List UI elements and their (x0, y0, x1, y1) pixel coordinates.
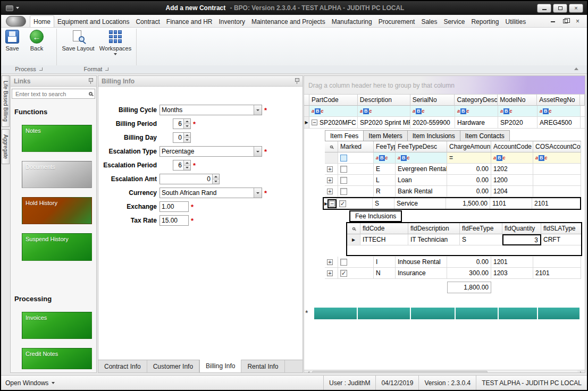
ribbon-tab-inventory[interactable]: Inventory (216, 16, 248, 27)
account-code-cell[interactable]: 1204 (491, 186, 533, 197)
fld-fee-type-cell[interactable]: S (460, 234, 502, 245)
new-cell[interactable] (499, 308, 537, 319)
tab-item-contacts[interactable]: Item Contacts (460, 130, 510, 141)
account-code-cell[interactable]: 1201 (491, 257, 533, 268)
spin-down-icon[interactable] (184, 138, 190, 143)
inclusions-search-header[interactable] (347, 223, 360, 234)
fld-quantity-cell-highlighted[interactable]: 3 (502, 234, 541, 245)
mdi-restore-icon[interactable] (563, 19, 568, 23)
filter-cell[interactable]: aBc (498, 106, 537, 117)
spin-up-icon[interactable] (184, 160, 190, 165)
fee-row[interactable]: + L Loan 0.00 1200 (325, 175, 581, 186)
escalation-period-spinner[interactable]: 6 (173, 160, 191, 171)
column-header[interactable]: Description (358, 95, 410, 106)
ribbon-tab-service[interactable]: Service (440, 16, 468, 27)
account-code-cell[interactable]: 1101 (490, 198, 532, 209)
scrollbar-thumb[interactable] (312, 371, 488, 373)
notes-button[interactable]: Notes (22, 125, 92, 152)
tax-rate-field[interactable]: 15.00 (159, 215, 189, 226)
application-menu-button[interactable] (6, 16, 26, 27)
tab-rental-info[interactable]: Rental Info (241, 360, 284, 372)
column-header[interactable]: ModelNo (498, 95, 537, 106)
column-header[interactable]: SerialNo (410, 95, 455, 106)
marked-filter-cell[interactable] (338, 152, 374, 164)
collapse-ribbon-icon[interactable] (574, 67, 578, 70)
marked-cell[interactable] (338, 268, 374, 279)
billing-day-spinner[interactable]: 0 (173, 132, 191, 143)
expand-cell[interactable]: + (325, 257, 338, 268)
marked-cell[interactable] (338, 186, 374, 197)
fee-type-cell[interactable]: N (374, 268, 396, 279)
ribbon-tab-utilities[interactable]: Utilities (502, 16, 529, 27)
fld-description-cell[interactable]: IT Technician (408, 234, 460, 245)
fee-type-cell[interactable]: I (374, 257, 396, 268)
fee-desc-cell[interactable]: Inhouse Rental (396, 257, 447, 268)
asset-reg-cell[interactable]: AREG4500 (537, 117, 581, 129)
dropdown-button[interactable] (254, 105, 262, 115)
charge-amount-cell[interactable]: 0.00 (447, 257, 491, 268)
filter-cell[interactable]: aBc (374, 152, 396, 164)
exchange-field[interactable]: 1.00 (159, 201, 189, 212)
fee-row[interactable]: + I Inhouse Rental 0.00 1201 (325, 257, 581, 268)
checkbox-unchecked[interactable] (340, 188, 347, 195)
column-header[interactable]: PartCode (309, 95, 358, 106)
column-header[interactable]: fldCode (360, 223, 408, 234)
filter-cell[interactable]: aBc (396, 152, 447, 164)
filter-cell[interactable]: aBc (533, 152, 581, 164)
new-cell[interactable] (456, 308, 498, 319)
new-cell[interactable] (314, 308, 357, 319)
escalation-amt-spinner[interactable]: 0 (159, 174, 220, 184)
invoices-button[interactable]: Invoices (22, 312, 92, 339)
checkbox-checked[interactable] (339, 200, 346, 207)
side-tab-life-based-billing[interactable]: Life Based Billing (2, 75, 10, 127)
part-code-cell[interactable]: −SP2020MFC (309, 117, 358, 129)
dialog-launcher-icon[interactable] (105, 67, 108, 71)
marked-cell[interactable] (338, 164, 374, 175)
fee-row[interactable]: + N Insurance 300.00 1203 2101 (325, 268, 581, 279)
search-icon[interactable] (89, 92, 93, 96)
expand-icon[interactable]: + (327, 189, 333, 194)
fld-code-cell[interactable]: ITTECH (360, 234, 408, 245)
quick-access-toolbar[interactable] (1, 5, 33, 11)
spin-up-icon[interactable] (184, 119, 190, 124)
expand-cell[interactable]: + (325, 268, 338, 279)
ribbon-tab-manufacturing[interactable]: Manufacturing (329, 16, 375, 27)
column-header[interactable]: FeeTypeDesc (396, 141, 447, 152)
category-cell[interactable]: Hardware (455, 117, 498, 129)
suspend-history-button[interactable]: Suspend History (22, 233, 92, 261)
tab-customer-info[interactable]: Customer Info (147, 360, 199, 372)
expand-icon[interactable]: + (327, 177, 333, 183)
tab-contract-info[interactable]: Contract Info (98, 360, 147, 372)
new-cell[interactable] (411, 308, 455, 319)
pin-icon[interactable] (295, 78, 299, 84)
checkbox-unchecked[interactable] (340, 166, 347, 173)
ribbon-tab-equipment-and-locations[interactable]: Equipment and Locations (54, 16, 132, 27)
ribbon-tab-contract[interactable]: Contract (132, 16, 163, 27)
charge-amount-cell[interactable]: 0.00 (447, 164, 491, 175)
marked-cell[interactable] (337, 198, 373, 209)
expand-cell[interactable]: ▶ − (324, 198, 337, 209)
pin-icon[interactable] (88, 78, 93, 84)
filter-cell[interactable]: aBc (309, 106, 358, 117)
ribbon-tab-sales[interactable]: Sales (418, 16, 440, 27)
scroll-right-icon[interactable] (577, 370, 585, 373)
save-button[interactable]: Save (5, 30, 19, 52)
column-header[interactable]: AssetRegNo (537, 95, 580, 106)
filter-cell[interactable]: aBc (358, 106, 410, 117)
serial-no-cell[interactable]: 2020-559900 (410, 117, 455, 129)
new-cell[interactable] (358, 308, 410, 319)
column-header[interactable]: fldQuantity (502, 223, 541, 234)
ribbon-tab-procurement[interactable]: Procurement (375, 16, 418, 27)
model-cell[interactable]: SP2020 (498, 117, 537, 129)
filter-cell[interactable]: aBc (455, 106, 498, 117)
cos-account-cell[interactable]: 2101 (533, 268, 581, 279)
column-header[interactable]: Marked (338, 141, 374, 152)
new-cell[interactable] (538, 308, 579, 319)
ribbon-tab-maintenance-and-projects[interactable]: Maintenance and Projects (248, 16, 329, 27)
fee-desc-cell[interactable]: Loan (396, 175, 447, 186)
spin-up-icon[interactable] (184, 133, 190, 138)
ribbon-tab-finance-and-hr[interactable]: Finance and HR (163, 16, 216, 27)
checkbox-checked[interactable] (340, 270, 347, 277)
account-code-cell[interactable]: 1202 (491, 164, 533, 175)
spin-down-icon[interactable] (184, 124, 190, 129)
